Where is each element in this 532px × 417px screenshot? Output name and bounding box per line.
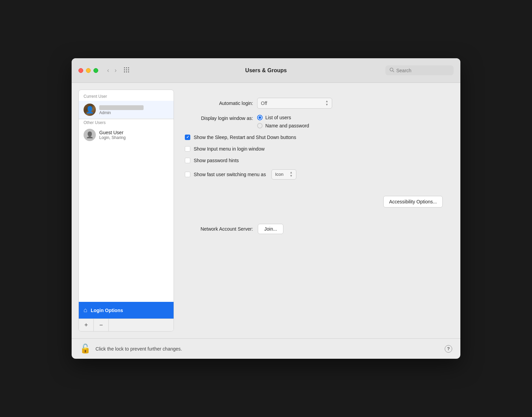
display-login-row: Display login window as: List of users N…	[185, 115, 443, 128]
join-button[interactable]: Join...	[258, 224, 283, 234]
guest-user-role: Login, Sharing	[99, 135, 125, 140]
show-fast-user-label: Show fast user switching menu as	[194, 172, 266, 177]
main-content: Automatic login: Off ▲▼ Display login wi…	[174, 90, 454, 331]
search-box[interactable]	[385, 65, 454, 75]
fast-user-value: Icon	[275, 172, 284, 177]
svg-point-5	[128, 69, 129, 70]
name-and-password-radio[interactable]	[257, 123, 263, 128]
close-button[interactable]	[78, 68, 83, 73]
show-sleep-label: Show the Sleep, Restart and Shut Down bu…	[194, 135, 296, 140]
guest-user-info: Guest User Login, Sharing	[99, 130, 125, 140]
select-arrows-icon: ▲▼	[325, 100, 328, 107]
show-input-menu-row[interactable]: Show Input menu in login window	[185, 146, 443, 152]
automatic-login-label: Automatic login:	[185, 101, 253, 106]
automatic-login-value: Off	[261, 101, 267, 106]
current-user-label: Current User	[79, 90, 174, 101]
show-fast-user-row[interactable]: Show fast user switching menu as Icon ▲▼	[185, 169, 443, 180]
svg-point-3	[124, 69, 125, 70]
fast-user-arrows-icon: ▲▼	[290, 171, 293, 178]
show-sleep-checkbox[interactable]	[185, 135, 190, 140]
sidebar-actions: + −	[79, 319, 174, 331]
maximize-button[interactable]	[93, 68, 98, 73]
list-of-users-label: List of users	[265, 115, 291, 120]
window-title: Users & Groups	[245, 67, 287, 74]
minimize-button[interactable]	[86, 68, 91, 73]
name-and-password-row[interactable]: Name and password	[257, 123, 309, 128]
fast-user-select[interactable]: Icon ▲▼	[271, 169, 297, 180]
login-options-label: Login Options	[91, 308, 123, 313]
forward-button[interactable]: ›	[113, 65, 119, 75]
show-input-menu-checkbox[interactable]	[185, 146, 190, 152]
help-button[interactable]: ?	[445, 345, 452, 353]
svg-line-10	[393, 71, 394, 72]
sidebar: Current User Admin Other Users Guest Use…	[78, 90, 174, 331]
name-and-password-label: Name and password	[265, 123, 309, 128]
nav-buttons: ‹ ›	[105, 65, 119, 75]
current-user-name-blurred	[99, 105, 144, 110]
show-password-hints-checkbox[interactable]	[185, 158, 190, 163]
accessibility-options-button[interactable]: Accessibility Options...	[383, 196, 443, 207]
automatic-login-row: Automatic login: Off ▲▼	[185, 98, 443, 109]
show-sleep-row[interactable]: Show the Sleep, Restart and Shut Down bu…	[185, 135, 443, 140]
network-account-label: Network Account Server:	[185, 226, 253, 232]
login-options-item[interactable]: ⌂ Login Options	[79, 302, 174, 319]
traffic-lights	[78, 68, 98, 73]
svg-point-7	[126, 71, 127, 72]
list-of-users-row[interactable]: List of users	[257, 115, 309, 120]
svg-point-6	[124, 71, 125, 72]
system-preferences-window: ‹ › Users & Groups	[72, 58, 460, 359]
network-account-row: Network Account Server: Join...	[185, 224, 443, 234]
lock-text: Click the lock to prevent further change…	[95, 346, 182, 352]
guest-user-item[interactable]: Guest User Login, Sharing	[79, 125, 174, 144]
login-options-icon: ⌂	[84, 307, 87, 314]
show-password-hints-label: Show password hints	[194, 158, 239, 163]
svg-point-4	[126, 69, 127, 70]
back-button[interactable]: ‹	[105, 65, 111, 75]
show-fast-user-checkbox[interactable]	[185, 172, 190, 177]
radio-group: List of users Name and password	[257, 115, 309, 128]
svg-point-1	[126, 67, 127, 68]
current-user-role: Admin	[99, 110, 144, 115]
window-content: Current User Admin Other Users Guest Use…	[72, 83, 460, 338]
guest-user-name: Guest User	[99, 130, 125, 135]
display-login-label: Display login window as:	[185, 115, 253, 121]
search-input[interactable]	[396, 68, 449, 73]
grid-button[interactable]	[121, 65, 132, 76]
automatic-login-select[interactable]: Off ▲▼	[257, 98, 332, 109]
titlebar: ‹ › Users & Groups	[72, 58, 460, 83]
lock-icon[interactable]: 🔓	[80, 343, 91, 354]
svg-point-8	[128, 71, 129, 72]
list-of-users-radio[interactable]	[257, 115, 263, 120]
bottom-bar: 🔓 Click the lock to prevent further chan…	[72, 338, 460, 359]
current-user-info: Admin	[99, 104, 144, 115]
other-users-section: Other Users Guest User Login, Sharing	[79, 119, 174, 302]
search-icon	[389, 67, 394, 73]
show-input-menu-label: Show Input menu in login window	[194, 146, 265, 152]
add-user-button[interactable]: +	[79, 319, 94, 331]
other-users-label: Other Users	[79, 116, 110, 127]
remove-user-button[interactable]: −	[94, 319, 109, 331]
svg-point-0	[124, 67, 125, 68]
show-password-hints-row[interactable]: Show password hints	[185, 158, 443, 163]
guest-avatar	[84, 129, 96, 141]
avatar	[84, 104, 96, 116]
svg-point-2	[128, 67, 129, 68]
